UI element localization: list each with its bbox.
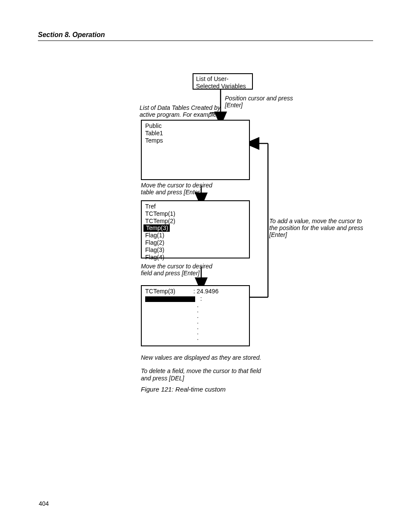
figure-caption: Figure 121: Real-time custom [141,386,226,393]
header-rule [38,40,373,41]
box-fields: Tref TCTemp(1) TCTemp(2) Temp(3) Flag(1)… [141,200,250,258]
note-new-values: New values are displayed as they are sto… [141,354,261,361]
field-item: Flag(4) [145,254,246,261]
selection-highlight: Temp(3) [143,224,170,232]
text-cursor [145,296,195,302]
field-item: Flag(2) [145,239,246,246]
page: Section 8. Operation 404 [0,0,411,532]
topbox-line1: List of User- [196,75,249,83]
colon: : [200,295,202,302]
table-item: Table1 [145,130,246,137]
field-item: Tref [145,203,246,210]
vertical-dots: ....... [197,302,246,341]
topbox-user-selected: List of User- Selected Variables [193,73,253,90]
annotation-move-table: Move the cursor to desired table and pre… [141,182,214,196]
table-item: Public [145,122,246,130]
box-tables: Public Table1 Temps [141,120,250,180]
annotation-move-field: Move the cursor to desired field and pre… [141,263,214,277]
cursor-row: : [145,295,246,302]
section-header: Section 8. Operation [38,31,105,39]
field-item: Flag(3) [145,246,246,254]
value-number: : 24.9496 [193,288,218,295]
page-number: 404 [39,500,49,507]
box-values: TCTemp(3) : 24.9496 : ....... [141,285,250,346]
field-item: TCTemp(1) [145,210,246,218]
field-item: TCTemp(2) [145,218,246,225]
field-item: Flag(1) [145,232,246,239]
annotation-position-cursor: Position cursor and press [Enter] [225,95,298,109]
annotation-add-value: To add a value, move the cursor to the p… [269,218,364,238]
topbox-line2: Selected Variables [196,83,249,90]
figure: List of User- Selected Variables Positio… [141,73,365,353]
field-item-selected: Temp(3) [145,224,246,232]
annotation-data-tables: List of Data Tables Created by active pr… [140,104,226,118]
value-name: TCTemp(3) [145,288,175,295]
note-delete-field: To delete a field, move the cursor to th… [141,367,270,382]
table-item: Temps [145,137,246,144]
value-row: TCTemp(3) : 24.9496 [145,288,246,295]
